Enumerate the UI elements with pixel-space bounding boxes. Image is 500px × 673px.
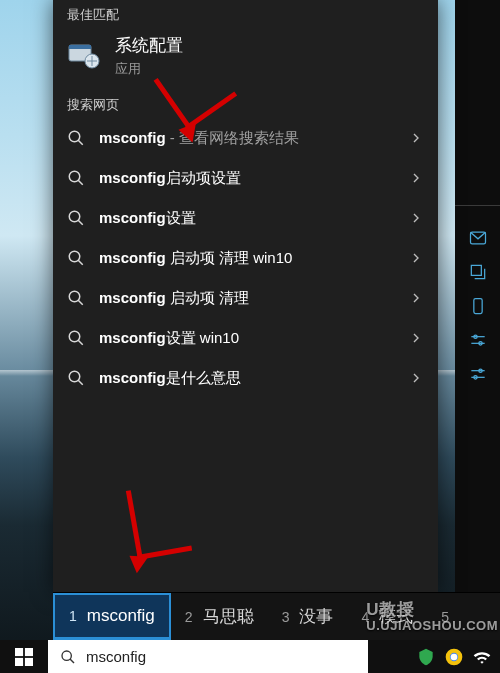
search-icon: [67, 129, 85, 147]
svg-line-23: [78, 300, 83, 305]
svg-rect-31: [25, 657, 33, 665]
tray-icon-chrome[interactable]: [444, 647, 464, 667]
best-match-subtitle: 应用: [115, 60, 183, 78]
ime-candidate[interactable]: 2马思聪: [171, 593, 268, 640]
svg-rect-28: [15, 648, 23, 656]
panel-icon-1[interactable]: [468, 228, 488, 248]
svg-line-19: [78, 220, 83, 225]
web-search-header: 搜索网页: [53, 90, 438, 118]
chevron-right-icon[interactable]: [408, 210, 424, 226]
web-result-item[interactable]: msconfig 启动项 清理 win10: [53, 238, 438, 278]
ime-candidate-number: 1: [69, 608, 77, 624]
web-result-label: msconfig设置 win10: [99, 329, 394, 348]
panel-icon-3[interactable]: [468, 296, 488, 316]
svg-rect-30: [15, 657, 23, 665]
svg-rect-1: [473, 299, 481, 314]
best-match-title: 系统配置: [115, 34, 183, 57]
panel-icon-5[interactable]: [468, 364, 488, 384]
web-result-label: msconfig - 查看网络搜索结果: [99, 129, 394, 148]
taskbar-search-box[interactable]: [48, 640, 368, 673]
web-result-item[interactable]: msconfig 启动项 清理: [53, 278, 438, 318]
web-result-item[interactable]: msconfig设置 win10: [53, 318, 438, 358]
search-icon: [67, 249, 85, 267]
web-result-label: msconfig 启动项 清理: [99, 289, 394, 308]
panel-icon-4[interactable]: [468, 330, 488, 350]
svg-point-36: [451, 653, 458, 660]
search-icon: [67, 369, 85, 387]
panel-icon-2[interactable]: [468, 262, 488, 282]
watermark-line1: U教授: [366, 601, 498, 618]
svg-line-25: [78, 340, 83, 345]
chevron-right-icon[interactable]: [408, 290, 424, 306]
search-input[interactable]: [86, 648, 356, 665]
svg-point-14: [69, 131, 80, 142]
svg-point-22: [69, 291, 80, 302]
best-match-text: 系统配置 应用: [115, 34, 183, 78]
web-result-label: msconfig设置: [99, 209, 394, 228]
svg-point-26: [69, 371, 80, 382]
ime-candidate-text: 没事: [299, 605, 333, 628]
system-tray: [408, 640, 500, 673]
ime-candidate-text: 马思聪: [203, 605, 254, 628]
web-result-label: msconfig 启动项 清理 win10: [99, 249, 394, 268]
best-match-item[interactable]: 系统配置 应用: [53, 28, 438, 90]
ime-candidate-number: 2: [185, 609, 193, 625]
web-result-item[interactable]: msconfig - 查看网络搜索结果: [53, 118, 438, 158]
web-result-label: msconfig是什么意思: [99, 369, 394, 388]
svg-rect-12: [69, 45, 91, 49]
annotation-arrow-2: [126, 482, 192, 560]
svg-rect-29: [25, 648, 33, 656]
chevron-right-icon[interactable]: [408, 250, 424, 266]
chevron-right-icon[interactable]: [408, 130, 424, 146]
search-icon: [67, 289, 85, 307]
ime-candidate[interactable]: 1msconfig: [53, 593, 171, 640]
search-icon: [67, 169, 85, 187]
web-results-list: msconfig - 查看网络搜索结果 msconfig启动项设置 msconf…: [53, 118, 438, 398]
svg-line-17: [78, 180, 83, 185]
ime-candidate-number: 3: [282, 609, 290, 625]
start-search-panel: 最佳匹配 系统配置 应用 搜索网页 msconfig - 查看网络搜索结果: [53, 0, 438, 592]
web-result-label: msconfig启动项设置: [99, 169, 394, 188]
svg-point-32: [62, 651, 71, 660]
chevron-right-icon[interactable]: [408, 370, 424, 386]
search-icon: [60, 649, 76, 665]
watermark-line2: U.UJIAOSHOU.COM: [366, 618, 498, 633]
web-result-item[interactable]: msconfig设置: [53, 198, 438, 238]
svg-point-20: [69, 251, 80, 262]
best-match-header: 最佳匹配: [53, 0, 438, 28]
search-icon: [67, 209, 85, 227]
web-result-item[interactable]: msconfig启动项设置: [53, 158, 438, 198]
web-result-item[interactable]: msconfig是什么意思: [53, 358, 438, 398]
svg-line-15: [78, 140, 83, 145]
tray-icon-wifi[interactable]: [472, 647, 492, 667]
side-panel: [455, 0, 500, 640]
svg-line-21: [78, 260, 83, 265]
taskbar: [0, 640, 500, 673]
chevron-right-icon[interactable]: [408, 330, 424, 346]
ime-candidate-text: msconfig: [87, 606, 155, 626]
msconfig-icon: [67, 39, 101, 73]
svg-point-18: [69, 211, 80, 222]
svg-point-16: [69, 171, 80, 182]
svg-line-27: [78, 380, 83, 385]
ime-candidate[interactable]: 3没事: [268, 593, 348, 640]
start-button[interactable]: [0, 640, 48, 673]
tray-icon-shield[interactable]: [416, 647, 436, 667]
watermark: U教授 U.UJIAOSHOU.COM: [366, 601, 498, 633]
svg-point-24: [69, 331, 80, 342]
svg-line-33: [70, 659, 74, 663]
search-icon: [67, 329, 85, 347]
chevron-right-icon[interactable]: [408, 170, 424, 186]
